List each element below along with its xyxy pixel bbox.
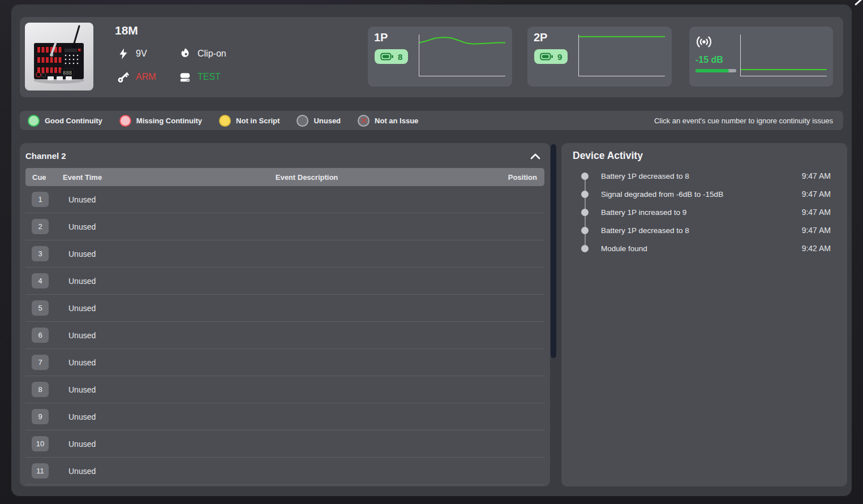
cue-number-badge[interactable]: 8 — [32, 382, 49, 397]
x-mark-icon — [360, 117, 367, 124]
igniter-type-label: Clip-on — [197, 49, 226, 59]
battery-level-value-1p: 8 — [398, 52, 402, 62]
good-continuity-swatch — [28, 115, 40, 127]
table-row: 7 Unused — [25, 349, 544, 376]
missing-continuity-swatch — [119, 115, 131, 127]
cue-number-badge[interactable]: 1 — [32, 192, 49, 207]
activity-event-time: 9:42 AM — [802, 244, 831, 253]
device-photo: 888 — [25, 23, 93, 91]
battery-card-2p-label: 2P — [534, 31, 547, 44]
activity-event-text: Battery 1P decreased to 8 — [601, 172, 689, 180]
continuity-legend-bar: Good Continuity Missing Continuity Not i… — [20, 111, 843, 130]
device-name: 18M — [115, 24, 138, 37]
event-time-cell: Unused — [61, 385, 134, 394]
svg-text:888: 888 — [63, 70, 72, 76]
battery-card-1p-label: 1P — [374, 31, 388, 44]
test-status-attribute: TEST — [179, 70, 221, 84]
cue-number-badge[interactable]: 2 — [32, 219, 49, 234]
legend-not-in-script: Not in Script — [219, 115, 280, 127]
cue-number-badge[interactable]: 3 — [32, 246, 49, 261]
legend-good-continuity: Good Continuity — [28, 115, 102, 127]
cue-number-badge[interactable]: 5 — [32, 300, 49, 316]
arm-status-label: ARM — [136, 72, 156, 82]
event-table-header: Cue Event Time Event Description Positio… — [25, 168, 544, 186]
chevron-up-icon[interactable] — [529, 150, 542, 163]
table-row: 2 Unused — [25, 213, 544, 240]
event-time-cell: Unused — [61, 440, 134, 449]
unused-swatch — [297, 115, 308, 127]
battery-type-attribute: 9V — [117, 46, 147, 61]
signal-db-value: -15 dB — [695, 55, 723, 65]
cursor-mark — [855, 0, 862, 6]
battery-1p-sparkline — [419, 35, 505, 76]
column-header-event-description: Event Description — [134, 173, 479, 182]
lightning-icon — [117, 48, 130, 60]
column-header-cue: Cue — [25, 173, 61, 182]
table-row: 5 Unused — [25, 295, 544, 322]
event-time-cell: Unused — [61, 412, 134, 421]
battery-icon — [380, 52, 394, 61]
module-icon — [179, 71, 191, 83]
battery-type-label: 9V — [136, 49, 147, 59]
table-row: 3 Unused — [25, 240, 544, 268]
cue-number-badge[interactable]: 9 — [32, 409, 49, 424]
timeline-dot-icon — [581, 191, 589, 198]
activity-timeline: Battery 1P decreased to 8 9:47 AM Signal… — [561, 167, 847, 257]
cue-number-badge[interactable]: 10 — [32, 436, 49, 451]
activity-event-text: Battery 1P decreased to 8 — [601, 226, 689, 235]
cue-number-badge[interactable]: 6 — [32, 328, 49, 343]
timeline-dot-icon — [581, 227, 589, 234]
activity-event: Signal degraded from -6dB to -15dB 9:47 … — [561, 185, 847, 203]
channel-title: Channel 2 — [25, 151, 66, 161]
device-photo-illustration: 888 — [25, 23, 93, 91]
activity-event: Battery 1P increased to 9 9:47 AM — [561, 203, 847, 221]
battery-level-badge-1p: 8 — [375, 49, 408, 64]
test-status-label: TEST — [197, 72, 221, 82]
device-activity-panel: Device Activity Battery 1P decreased to … — [561, 143, 847, 486]
battery-level-badge-2p: 9 — [534, 49, 568, 64]
event-time-cell: Unused — [61, 222, 134, 231]
cue-number-badge[interactable]: 4 — [32, 273, 49, 288]
not-in-script-swatch — [219, 115, 231, 127]
event-time-cell: Unused — [61, 358, 134, 367]
arm-status-attribute: ARM — [117, 70, 156, 84]
app-window: 888 18M 9V Clip-on — [11, 5, 852, 496]
table-row: 6 Unused — [25, 322, 544, 349]
signal-strength-bar-fill — [695, 69, 729, 72]
channel-panel-header: Channel 2 — [20, 143, 550, 168]
timeline-dot-icon — [581, 173, 589, 180]
signal-icon — [695, 33, 713, 51]
event-time-cell: Unused — [61, 249, 134, 259]
event-time-cell: Unused — [61, 304, 134, 313]
activity-event-text: Module found — [601, 244, 647, 253]
device-header-card: 888 18M 9V Clip-on — [20, 17, 843, 97]
battery-card-2p: 2P 9 — [527, 27, 672, 87]
activity-event-text: Signal degraded from -6dB to -15dB — [601, 190, 723, 199]
not-an-issue-swatch — [358, 115, 370, 127]
cue-number-badge[interactable]: 11 — [32, 463, 49, 479]
cue-ignore-hint: Click an event's cue number to ignore co… — [654, 117, 835, 125]
activity-event: Battery 1P decreased to 8 9:47 AM — [561, 221, 847, 239]
channel-panel: Channel 2 Cue Event Time Event Descripti… — [20, 143, 550, 486]
cue-number-badge[interactable]: 7 — [32, 355, 49, 370]
table-row: 8 Unused — [25, 376, 544, 403]
table-row: 4 Unused — [25, 268, 544, 295]
signal-sparkline — [740, 35, 827, 76]
signal-card: -15 dB — [689, 27, 833, 87]
activity-event-time: 9:47 AM — [802, 226, 831, 235]
activity-event: Module found 9:42 AM — [561, 239, 847, 257]
legend-unused: Unused — [297, 115, 341, 127]
table-row: 11 Unused — [25, 458, 544, 485]
activity-event-text: Battery 1P increased to 9 — [601, 208, 686, 217]
table-row: 1 Unused — [25, 186, 544, 213]
battery-2p-sparkline — [578, 35, 665, 76]
event-time-cell: Unused — [61, 467, 134, 476]
legend-not-an-issue: Not an Issue — [358, 115, 418, 127]
activity-event-time: 9:47 AM — [802, 208, 831, 217]
device-activity-title: Device Activity — [573, 150, 643, 162]
table-row: 10 Unused — [25, 430, 544, 458]
activity-event: Battery 1P decreased to 8 9:47 AM — [561, 167, 847, 185]
event-table-body: 1 Unused 2 Unused — [20, 186, 550, 485]
vertical-scrollbar-thumb[interactable] — [551, 144, 556, 358]
column-header-event-time: Event Time — [61, 173, 134, 182]
